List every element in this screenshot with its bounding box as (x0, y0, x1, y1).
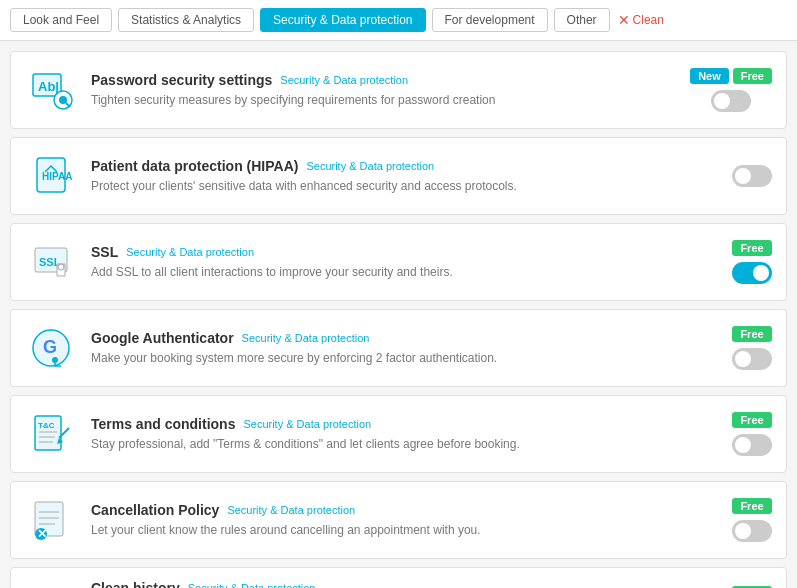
plugin-card-google-auth: G Google AuthenticatorSecurity & Data pr… (10, 309, 787, 387)
plugin-description: Stay professional, add "Terms & conditio… (91, 436, 718, 453)
plugin-description: Tighten security measures by specifying … (91, 92, 676, 109)
plugin-card-terms-conditions: T&C Terms and conditionsSecurity & Data … (10, 395, 787, 473)
badge-free: Free (733, 68, 772, 84)
plugin-icon-password-security: Ab| (25, 64, 77, 116)
plugin-name: Patient data protection (HIPAA) (91, 158, 298, 174)
tabs-bar: Look and Feel Statistics & Analytics Sec… (0, 0, 797, 41)
svg-point-3 (59, 96, 67, 104)
toggle-slider (732, 520, 772, 542)
badge-free: Free (732, 326, 771, 342)
toggle-area-ssl: Free (732, 240, 772, 284)
plugin-name: Clean history (91, 580, 180, 588)
plugin-info-clean-history: Clean historySecurity & Data protectionC… (91, 580, 718, 588)
tab-other[interactable]: Other (554, 8, 610, 32)
svg-text:Ab|: Ab| (38, 79, 59, 94)
plugin-description: Protect your clients' sensitive data wit… (91, 178, 718, 195)
badge-row: Free (732, 498, 771, 514)
toggle-terms-conditions[interactable] (732, 434, 772, 456)
tab-for-development[interactable]: For development (432, 8, 548, 32)
badge-row: Free (732, 240, 771, 256)
plugin-card-hipaa: HIPAA Patient data protection (HIPAA)Sec… (10, 137, 787, 215)
plugin-icon-clean-history (25, 582, 77, 588)
plugin-category: Security & Data protection (242, 332, 370, 344)
plugin-icon-ssl: SSL (25, 236, 77, 288)
tab-stats-analytics[interactable]: Statistics & Analytics (118, 8, 254, 32)
plugin-title-row: SSLSecurity & Data protection (91, 244, 718, 260)
tab-security-data[interactable]: Security & Data protection (260, 8, 425, 32)
plugin-info-hipaa: Patient data protection (HIPAA)Security … (91, 158, 718, 195)
plugin-title-row: Google AuthenticatorSecurity & Data prot… (91, 330, 718, 346)
plugin-card-cancellation-policy: ✕ Cancellation PolicySecurity & Data pro… (10, 481, 787, 559)
plugin-category: Security & Data protection (243, 418, 371, 430)
plugin-description: Add SSL to all client interactions to im… (91, 264, 718, 281)
plugin-category: Security & Data protection (280, 74, 408, 86)
plugin-info-terms-conditions: Terms and conditionsSecurity & Data prot… (91, 416, 718, 453)
plugin-icon-hipaa: HIPAA (25, 150, 77, 202)
toggle-password-security[interactable] (711, 90, 751, 112)
plugin-name: Google Authenticator (91, 330, 234, 346)
plugin-category: Security & Data protection (126, 246, 254, 258)
badge-free: Free (732, 240, 771, 256)
svg-text:HIPAA: HIPAA (42, 171, 72, 182)
plugin-info-ssl: SSLSecurity & Data protectionAdd SSL to … (91, 244, 718, 281)
plugin-icon-google-auth: G (25, 322, 77, 374)
plugin-card-ssl: SSL SSLSecurity & Data protectionAdd SSL… (10, 223, 787, 301)
toggle-slider (732, 262, 772, 284)
plugin-description: Make your booking system more secure by … (91, 350, 718, 367)
badge-row: Free (732, 412, 771, 428)
plugin-card-password-security: Ab| Password security settingsSecurity &… (10, 51, 787, 129)
badge-free: Free (732, 498, 771, 514)
plugin-title-row: Patient data protection (HIPAA)Security … (91, 158, 718, 174)
toggle-hipaa[interactable] (732, 165, 772, 187)
toggle-area-hipaa (732, 165, 772, 187)
plugin-info-password-security: Password security settingsSecurity & Dat… (91, 72, 676, 109)
clean-icon: ✕ (618, 12, 630, 28)
toggle-google-auth[interactable] (732, 348, 772, 370)
svg-text:T&C: T&C (38, 421, 55, 430)
plugin-title-row: Password security settingsSecurity & Dat… (91, 72, 676, 88)
tab-look-feel[interactable]: Look and Feel (10, 8, 112, 32)
plugin-icon-terms-conditions: T&C (25, 408, 77, 460)
toggle-slider (732, 348, 772, 370)
badge-new: New (690, 68, 729, 84)
plugin-card-clean-history: Clean historySecurity & Data protectionC… (10, 567, 787, 588)
plugin-name: Cancellation Policy (91, 502, 219, 518)
toggle-cancellation-policy[interactable] (732, 520, 772, 542)
toggle-area-password-security: NewFree (690, 68, 772, 112)
toggle-area-cancellation-policy: Free (732, 498, 772, 542)
plugin-list: Ab| Password security settingsSecurity &… (0, 41, 797, 588)
toggle-area-google-auth: Free (732, 326, 772, 370)
toggle-slider (711, 90, 751, 112)
clean-button[interactable]: ✕ Clean (618, 12, 664, 28)
plugin-name: SSL (91, 244, 118, 260)
plugin-category: Security & Data protection (227, 504, 355, 516)
badge-row: Free (732, 326, 771, 342)
toggle-ssl[interactable] (732, 262, 772, 284)
toggle-area-terms-conditions: Free (732, 412, 772, 456)
plugin-title-row: Clean historySecurity & Data protection (91, 580, 718, 588)
plugin-description: Let your client know the rules around ca… (91, 522, 718, 539)
plugin-title-row: Terms and conditionsSecurity & Data prot… (91, 416, 718, 432)
plugin-icon-cancellation-policy: ✕ (25, 494, 77, 546)
svg-text:G: G (43, 337, 57, 357)
plugin-info-cancellation-policy: Cancellation PolicySecurity & Data prote… (91, 502, 718, 539)
toggle-slider (732, 165, 772, 187)
plugin-name: Terms and conditions (91, 416, 235, 432)
plugin-category: Security & Data protection (306, 160, 434, 172)
plugin-title-row: Cancellation PolicySecurity & Data prote… (91, 502, 718, 518)
toggle-slider (732, 434, 772, 456)
badge-row: NewFree (690, 68, 772, 84)
plugin-name: Password security settings (91, 72, 272, 88)
svg-point-12 (52, 357, 58, 363)
badge-free: Free (732, 412, 771, 428)
plugin-category: Security & Data protection (188, 582, 316, 588)
svg-text:✕: ✕ (37, 527, 47, 541)
plugin-info-google-auth: Google AuthenticatorSecurity & Data prot… (91, 330, 718, 367)
